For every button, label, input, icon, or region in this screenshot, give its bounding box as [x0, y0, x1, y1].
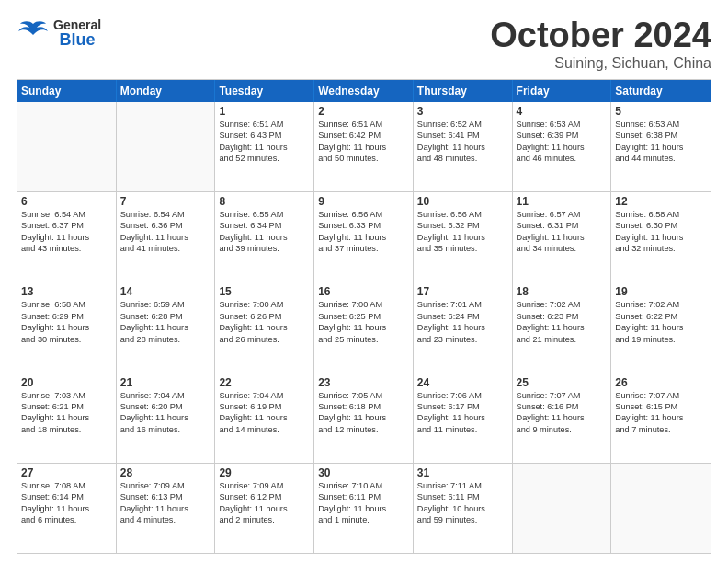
day-cell-15: 15Sunrise: 7:00 AMSunset: 6:26 PMDayligh…: [215, 282, 314, 372]
day-number: 26: [615, 376, 707, 389]
cell-line-2: Daylight: 11 hours: [318, 142, 409, 153]
cell-line-0: Sunrise: 7:11 AM: [417, 480, 508, 491]
header-day-wednesday: Wednesday: [314, 80, 414, 102]
cell-line-2: Daylight: 11 hours: [219, 503, 310, 514]
cell-line-1: Sunset: 6:15 PM: [615, 401, 707, 412]
day-number: 8: [219, 195, 310, 208]
day-cell-2: 2Sunrise: 6:51 AMSunset: 6:42 PMDaylight…: [314, 102, 414, 191]
cell-line-0: Sunrise: 6:53 AM: [517, 119, 608, 130]
cell-line-1: Sunset: 6:30 PM: [615, 220, 707, 231]
day-number: 6: [21, 195, 112, 208]
cell-line-3: and 44 minutes.: [615, 153, 707, 164]
cell-line-2: Daylight: 11 hours: [615, 412, 707, 423]
cell-line-3: and 32 minutes.: [615, 243, 707, 254]
cell-line-1: Sunset: 6:11 PM: [318, 491, 409, 502]
cell-line-0: Sunrise: 6:51 AM: [318, 119, 409, 130]
cell-line-3: and 30 minutes.: [21, 334, 112, 345]
day-cell-5: 5Sunrise: 6:53 AMSunset: 6:38 PMDaylight…: [611, 102, 711, 191]
cell-line-0: Sunrise: 6:57 AM: [517, 209, 608, 220]
cell-line-1: Sunset: 6:38 PM: [615, 130, 707, 141]
cell-line-1: Sunset: 6:14 PM: [21, 491, 112, 502]
cell-line-3: and 35 minutes.: [417, 243, 508, 254]
cell-line-0: Sunrise: 7:07 AM: [517, 390, 608, 401]
cell-line-3: and 43 minutes.: [21, 243, 112, 254]
cell-line-2: Daylight: 11 hours: [318, 412, 409, 423]
cell-line-3: and 48 minutes.: [417, 153, 508, 164]
calendar-row-2: 13Sunrise: 6:58 AMSunset: 6:29 PMDayligh…: [17, 282, 711, 372]
day-cell-17: 17Sunrise: 7:01 AMSunset: 6:24 PMDayligh…: [414, 282, 513, 372]
day-number: 7: [120, 195, 211, 208]
cell-line-1: Sunset: 6:43 PM: [219, 130, 310, 141]
cell-line-1: Sunset: 6:12 PM: [219, 491, 310, 502]
cell-line-1: Sunset: 6:23 PM: [517, 311, 608, 322]
header-day-friday: Friday: [513, 80, 612, 102]
cell-line-1: Sunset: 6:42 PM: [318, 130, 409, 141]
day-cell-23: 23Sunrise: 7:05 AMSunset: 6:18 PMDayligh…: [314, 373, 414, 463]
day-number: 9: [318, 195, 409, 208]
cell-line-1: Sunset: 6:37 PM: [21, 220, 112, 231]
cell-line-0: Sunrise: 7:08 AM: [21, 480, 112, 491]
cell-line-3: and 6 minutes.: [21, 514, 112, 525]
header-day-tuesday: Tuesday: [215, 80, 314, 102]
day-number: 18: [517, 285, 608, 298]
cell-line-0: Sunrise: 7:00 AM: [318, 299, 409, 310]
header: General Blue October 2024 Suining, Sichu…: [17, 17, 711, 72]
day-number: 20: [21, 376, 112, 389]
day-number: 12: [615, 195, 707, 208]
cell-line-1: Sunset: 6:17 PM: [417, 401, 508, 412]
day-cell-empty: [17, 102, 117, 191]
cell-line-0: Sunrise: 7:09 AM: [120, 480, 211, 491]
calendar-row-4: 27Sunrise: 7:08 AMSunset: 6:14 PMDayligh…: [17, 463, 711, 553]
cell-line-0: Sunrise: 7:00 AM: [219, 299, 310, 310]
cell-line-2: Daylight: 11 hours: [517, 412, 608, 423]
day-cell-14: 14Sunrise: 6:59 AMSunset: 6:28 PMDayligh…: [117, 282, 216, 372]
cell-line-2: Daylight: 11 hours: [615, 322, 707, 333]
cell-line-3: and 18 minutes.: [21, 424, 112, 435]
day-number: 13: [21, 285, 112, 298]
logo: General Blue: [17, 17, 101, 50]
day-cell-31: 31Sunrise: 7:11 AMSunset: 6:11 PMDayligh…: [414, 464, 513, 553]
logo-blue: Blue: [60, 31, 96, 48]
day-number: 14: [120, 285, 211, 298]
cell-line-2: Daylight: 11 hours: [120, 322, 211, 333]
cell-line-1: Sunset: 6:36 PM: [120, 220, 211, 231]
day-number: 1: [219, 105, 310, 118]
logo-general: General: [53, 18, 101, 31]
day-cell-25: 25Sunrise: 7:07 AMSunset: 6:16 PMDayligh…: [513, 373, 612, 463]
cell-line-0: Sunrise: 6:51 AM: [219, 119, 310, 130]
calendar-body: 1Sunrise: 6:51 AMSunset: 6:43 PMDaylight…: [17, 102, 711, 553]
cell-line-1: Sunset: 6:34 PM: [219, 220, 310, 231]
cell-line-3: and 4 minutes.: [120, 514, 211, 525]
day-cell-29: 29Sunrise: 7:09 AMSunset: 6:12 PMDayligh…: [215, 464, 314, 553]
day-cell-26: 26Sunrise: 7:07 AMSunset: 6:15 PMDayligh…: [611, 373, 711, 463]
cell-line-0: Sunrise: 7:05 AM: [318, 390, 409, 401]
day-number: 15: [219, 285, 310, 298]
cell-line-0: Sunrise: 7:02 AM: [517, 299, 608, 310]
cell-line-1: Sunset: 6:19 PM: [219, 401, 310, 412]
logo-text-block: General Blue: [53, 18, 101, 48]
cell-line-1: Sunset: 6:22 PM: [615, 311, 707, 322]
day-cell-9: 9Sunrise: 6:56 AMSunset: 6:33 PMDaylight…: [314, 192, 414, 282]
cell-line-0: Sunrise: 7:10 AM: [318, 480, 409, 491]
day-number: 22: [219, 376, 310, 389]
cell-line-1: Sunset: 6:41 PM: [417, 130, 508, 141]
cell-line-3: and 26 minutes.: [219, 334, 310, 345]
day-cell-6: 6Sunrise: 6:54 AMSunset: 6:37 PMDaylight…: [17, 192, 117, 282]
cell-line-0: Sunrise: 7:04 AM: [120, 390, 211, 401]
cell-line-0: Sunrise: 7:03 AM: [21, 390, 112, 401]
cell-line-3: and 34 minutes.: [517, 243, 608, 254]
cell-line-3: and 23 minutes.: [417, 334, 508, 345]
day-cell-11: 11Sunrise: 6:57 AMSunset: 6:31 PMDayligh…: [513, 192, 612, 282]
cell-line-3: and 16 minutes.: [120, 424, 211, 435]
cell-line-2: Daylight: 11 hours: [21, 232, 112, 243]
cell-line-1: Sunset: 6:31 PM: [517, 220, 608, 231]
cell-line-2: Daylight: 11 hours: [615, 232, 707, 243]
calendar-row-0: 1Sunrise: 6:51 AMSunset: 6:43 PMDaylight…: [17, 102, 711, 191]
cell-line-2: Daylight: 11 hours: [120, 232, 211, 243]
cell-line-3: and 25 minutes.: [318, 334, 409, 345]
cell-line-3: and 28 minutes.: [120, 334, 211, 345]
cell-line-1: Sunset: 6:29 PM: [21, 311, 112, 322]
day-cell-3: 3Sunrise: 6:52 AMSunset: 6:41 PMDaylight…: [414, 102, 513, 191]
cell-line-2: Daylight: 11 hours: [318, 232, 409, 243]
cell-line-2: Daylight: 11 hours: [417, 322, 508, 333]
